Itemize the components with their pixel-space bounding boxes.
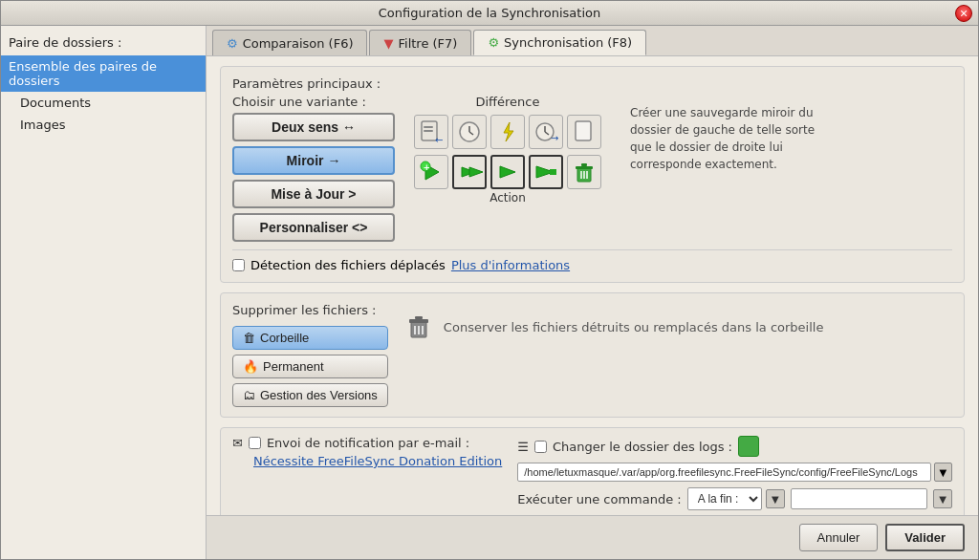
- tab-sync[interactable]: ⚙ Synchronisation (F8): [473, 30, 646, 55]
- sidebar: Paire de dossiers : Ensemble des paires …: [1, 26, 207, 559]
- diff-icon-3[interactable]: [490, 115, 525, 149]
- corbeille-label: Corbeille: [260, 331, 309, 345]
- svg-marker-17: [469, 167, 483, 177]
- variant-label: Choisir une variante :: [232, 95, 395, 109]
- svg-marker-18: [500, 166, 515, 178]
- log-path-input[interactable]: [517, 463, 931, 482]
- execute-row: Exécuter une commande : A la fin : ▼ ▼: [517, 487, 952, 510]
- diff-icon-2[interactable]: [452, 115, 487, 149]
- execute-command-dropdown[interactable]: ▼: [933, 489, 952, 508]
- email-checkbox[interactable]: [249, 437, 261, 449]
- email-label: Envoi de notification par e-mail :: [267, 436, 469, 450]
- execute-select[interactable]: A la fin :: [687, 487, 762, 510]
- svg-rect-22: [576, 166, 593, 169]
- execute-label: Exécuter une commande :: [517, 492, 681, 506]
- titlebar: Configuration de la Synchronisation ✕: [1, 1, 978, 26]
- delete-description: Conserver les fichiers détruits ou rempl…: [403, 303, 824, 344]
- svg-rect-2: [424, 130, 433, 132]
- btn-versions[interactable]: 🗂 Gestion des Versions: [232, 383, 388, 407]
- diff-icon-5[interactable]: [567, 115, 601, 149]
- email-row: ✉ Envoi de notification par e-mail :: [232, 436, 502, 450]
- log-checkbox[interactable]: [534, 441, 547, 453]
- params-section: Paramètres principaux : Choisir une vari…: [220, 66, 965, 283]
- svg-rect-20: [550, 169, 556, 175]
- diff-icon-1[interactable]: ←: [414, 115, 448, 149]
- delete-label: Supprimer les fichiers :: [232, 303, 388, 317]
- versions-icon: 🗂: [243, 388, 255, 402]
- svg-rect-29: [415, 316, 423, 319]
- btn-miroir[interactable]: Miroir →: [232, 146, 395, 175]
- trash-icon-desc: [403, 311, 434, 344]
- sync-icon: ⚙: [488, 35, 499, 50]
- log-path-dropdown[interactable]: ▼: [934, 463, 952, 482]
- tab-comparison[interactable]: ⚙ Comparaison (F6): [212, 30, 367, 55]
- tab-sync-label: Synchronisation (F8): [504, 35, 632, 50]
- sidebar-label: Paire de dossiers :: [1, 32, 206, 55]
- svg-rect-12: [576, 121, 591, 140]
- detection-label: Détection des fichiers déplacés: [250, 258, 446, 272]
- log-path-row: ▼: [517, 463, 952, 482]
- btn-maj[interactable]: Mise à Jour >: [232, 180, 395, 208]
- main-content: Paire de dossiers : Ensemble des paires …: [1, 26, 978, 559]
- action-icon-5[interactable]: [567, 155, 601, 189]
- diff-icon-4[interactable]: →: [529, 115, 563, 149]
- log-icon: ☰: [517, 440, 529, 454]
- tab-filter[interactable]: ▼ Filtre (F7): [369, 30, 471, 55]
- sidebar-item-documents[interactable]: Documents: [1, 92, 206, 114]
- notification-section: ✉ Envoi de notification par e-mail : Néc…: [220, 427, 965, 515]
- btn-perso[interactable]: Personnaliser <>: [232, 213, 395, 242]
- variant-diff-container: Choisir une variante : Deux sens ↔ Miroi…: [232, 95, 952, 242]
- close-button[interactable]: ✕: [955, 5, 972, 22]
- permanent-icon: 🔥: [243, 359, 258, 374]
- email-icon: ✉: [232, 436, 243, 450]
- donation-link-row: Nécessite FreeFileSync Donation Edition: [232, 454, 502, 468]
- sidebar-item-images[interactable]: Images: [1, 114, 206, 136]
- delete-description-text: Conserver les fichiers détruits ou rempl…: [444, 320, 824, 334]
- btn-deux-sens[interactable]: Deux sens ↔: [232, 113, 395, 141]
- variant-buttons: Deux sens ↔ Miroir → Mise à Jour > Perso…: [232, 113, 395, 242]
- sidebar-item-ensemble[interactable]: Ensemble des paires de dossiers: [1, 55, 206, 92]
- action-icons-row: +: [414, 155, 601, 189]
- permanent-label: Permanent: [263, 359, 324, 374]
- svg-rect-28: [409, 319, 428, 323]
- description-text: Créer une sauvegarde miroir du dossier d…: [630, 95, 821, 173]
- comparison-icon: ⚙: [227, 36, 238, 51]
- filter-icon: ▼: [383, 36, 393, 51]
- log-label: Changer le dossier des logs :: [553, 440, 732, 454]
- cancel-button[interactable]: Annuler: [799, 524, 879, 551]
- right-panel: ⚙ Comparaison (F6) ▼ Filtre (F7) ⚙ Synch…: [207, 26, 978, 559]
- svg-text:+: +: [424, 162, 431, 172]
- tabs-bar: ⚙ Comparaison (F6) ▼ Filtre (F7) ⚙ Synch…: [207, 26, 978, 56]
- execute-dropdown[interactable]: ▼: [766, 489, 785, 508]
- action-icon-2[interactable]: [452, 155, 487, 189]
- execute-command-input[interactable]: [791, 488, 927, 509]
- corbeille-icon: 🗑: [243, 331, 255, 345]
- action-label: Action: [490, 191, 526, 205]
- delete-buttons: Supprimer les fichiers : 🗑 Corbeille 🔥 P…: [232, 303, 388, 407]
- versions-label: Gestion des Versions: [260, 388, 378, 402]
- btn-permanent[interactable]: 🔥 Permanent: [232, 355, 388, 378]
- log-row: ☰ Changer le dossier des logs :: [517, 436, 952, 457]
- variant-column: Choisir une variante : Deux sens ↔ Miroi…: [232, 95, 395, 242]
- window-title: Configuration de la Synchronisation: [379, 6, 600, 20]
- action-icon-3[interactable]: [490, 155, 525, 189]
- svg-marker-7: [504, 122, 513, 141]
- main-window: Configuration de la Synchronisation ✕ Pa…: [0, 0, 979, 560]
- detection-checkbox[interactable]: [232, 259, 245, 271]
- action-icon-1[interactable]: +: [414, 155, 448, 189]
- svg-rect-23: [581, 163, 587, 166]
- log-browse-button[interactable]: [738, 436, 759, 457]
- action-icon-4[interactable]: [529, 155, 563, 189]
- diff-action-column: Différence ←: [414, 95, 601, 205]
- diff-icons-row: ←: [414, 115, 601, 149]
- svg-text:→: →: [551, 133, 558, 143]
- tab-comparison-label: Comparaison (F6): [243, 36, 354, 51]
- donation-link[interactable]: Nécessite FreeFileSync Donation Edition: [253, 454, 502, 468]
- panel-body: Paramètres principaux : Choisir une vari…: [207, 56, 978, 515]
- btn-corbeille[interactable]: 🗑 Corbeille: [232, 326, 388, 350]
- tab-filter-label: Filtre (F7): [398, 36, 457, 51]
- ok-button[interactable]: Valider: [885, 524, 965, 551]
- plus-info-link[interactable]: Plus d'informations: [451, 258, 570, 272]
- diff-label: Différence: [475, 95, 539, 109]
- notif-left: ✉ Envoi de notification par e-mail : Néc…: [232, 436, 502, 510]
